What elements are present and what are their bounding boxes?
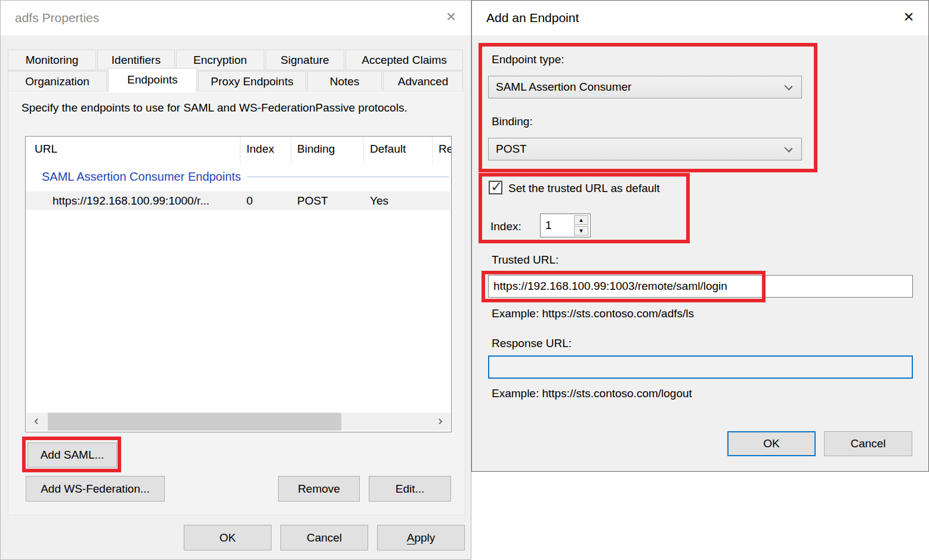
tab-proxy-endpoints[interactable]: Proxy Endpoints (198, 71, 306, 92)
endpoint-type-label: Endpoint type: (492, 53, 564, 66)
chevron-down-icon (784, 82, 792, 90)
cell-default: Yes (364, 191, 433, 210)
apply-button[interactable]: Apply (377, 525, 465, 550)
tab-monitoring[interactable]: Monitoring (8, 49, 96, 70)
column-header-url[interactable]: URL (26, 137, 240, 163)
column-header-default[interactable]: Default (364, 137, 433, 163)
binding-select[interactable]: POST (488, 138, 802, 160)
titlebar: adfs Properties × (1, 1, 471, 35)
tab-encryption[interactable]: Encryption (176, 49, 264, 70)
adfs-properties-window: adfs Properties × Monitoring Identifiers… (0, 0, 471, 560)
tab-accepted-claims[interactable]: Accepted Claims (345, 49, 463, 70)
titlebar: Add an Endpoint × (472, 1, 928, 35)
scrollbar-thumb[interactable] (48, 413, 341, 431)
add-ws-federation-button[interactable]: Add WS-Federation... (26, 476, 165, 502)
add-saml-button[interactable]: Add SAML... (27, 443, 117, 468)
column-header-index[interactable]: Index (240, 137, 291, 163)
window-title: Add an Endpoint (486, 1, 579, 35)
index-value[interactable]: 1 (541, 214, 574, 237)
column-header-binding[interactable]: Binding (291, 137, 364, 163)
tab-identifiers[interactable]: Identifiers (97, 49, 175, 70)
cell-url: https://192.168.100.99:1000/r... (26, 191, 240, 210)
trusted-url-input[interactable] (488, 275, 913, 298)
group-header-rule (247, 177, 449, 177)
cell-binding: POST (291, 191, 364, 210)
index-label: Index: (490, 220, 521, 233)
table-row[interactable]: https://192.168.100.99:1000/r... 0 POST … (26, 191, 450, 210)
cancel-button[interactable]: Cancel (280, 525, 368, 550)
set-default-label: Set the trusted URL as default (508, 182, 660, 195)
scroll-right-icon[interactable]: › (430, 413, 450, 431)
remove-button[interactable]: Remove (278, 476, 360, 502)
close-icon[interactable]: × (437, 1, 465, 35)
spin-down-icon[interactable]: ▼ (574, 226, 588, 236)
response-url-label: Response URL: (492, 337, 572, 350)
ok-button[interactable]: OK (184, 525, 271, 550)
edit-button[interactable]: Edit... (369, 476, 451, 502)
tab-endpoints[interactable]: Endpoints (108, 68, 197, 92)
binding-value: POST (496, 143, 527, 155)
group-header-label: SAML Assertion Consumer Endpoints (26, 170, 241, 184)
cell-index: 0 (240, 191, 291, 210)
endpoints-description: Specify the endpoints to use for SAML an… (21, 101, 408, 115)
horizontal-scrollbar[interactable]: ‹ › (26, 413, 450, 431)
tab-signature[interactable]: Signature (266, 49, 344, 70)
spin-up-icon[interactable]: ▲ (574, 215, 588, 225)
group-header-row: SAML Assertion Consumer Endpoints (26, 166, 450, 187)
tab-notes[interactable]: Notes (307, 71, 382, 92)
set-default-checkbox[interactable]: ✓ (489, 181, 502, 194)
trusted-url-example: Example: https://sts.contoso.com/adfs/ls (492, 307, 694, 320)
close-icon[interactable]: × (895, 1, 922, 35)
binding-label: Binding: (492, 115, 533, 128)
ok-button[interactable]: OK (727, 431, 816, 456)
chevron-down-icon (784, 144, 792, 152)
response-url-input[interactable] (488, 355, 913, 379)
response-url-example: Example: https://sts.contoso.com/logout (492, 387, 692, 400)
column-header-response-truncated[interactable]: Re (433, 137, 451, 163)
cancel-button[interactable]: Cancel (824, 431, 912, 456)
list-header: URL Index Binding Default Re (26, 137, 451, 163)
window-title: adfs Properties (15, 1, 99, 35)
tab-advanced[interactable]: Advanced (383, 71, 463, 92)
apply-accel-underline (407, 544, 415, 544)
trusted-url-label: Trusted URL: (492, 253, 558, 267)
index-stepper[interactable]: 1 ▲ ▼ (540, 214, 591, 237)
scroll-left-icon[interactable]: ‹ (26, 413, 47, 431)
checkmark-icon: ✓ (490, 178, 502, 195)
endpoint-type-select[interactable]: SAML Assertion Consumer (488, 76, 802, 98)
add-endpoint-window: Add an Endpoint × Endpoint type: SAML As… (471, 0, 929, 472)
tab-organization[interactable]: Organization (8, 71, 107, 92)
endpoint-type-value: SAML Assertion Consumer (496, 81, 631, 93)
endpoints-list[interactable]: URL Index Binding Default Re SAML Assert… (25, 136, 452, 432)
